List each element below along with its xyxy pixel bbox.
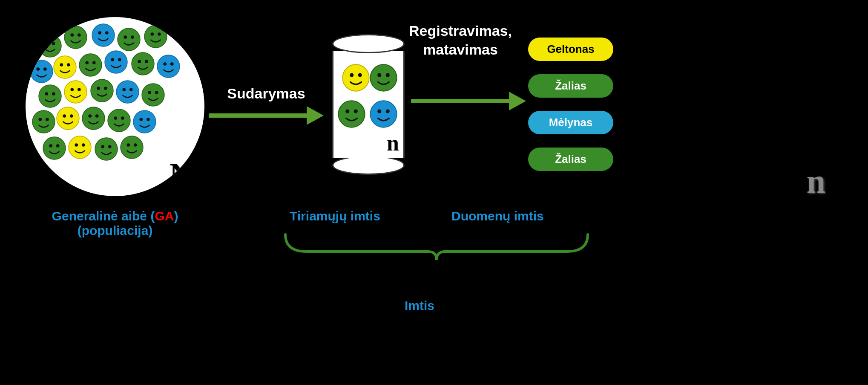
- arrow2: [411, 92, 526, 110]
- svg-point-69: [95, 138, 118, 160]
- svg-point-50: [46, 118, 49, 121]
- svg-point-6: [92, 24, 115, 46]
- n-small-label: n: [807, 162, 826, 201]
- svg-point-81: [338, 101, 365, 127]
- arrow1: Sudarymas: [209, 85, 324, 125]
- svg-point-67: [75, 143, 78, 147]
- svg-point-58: [114, 116, 117, 120]
- svg-point-34: [45, 92, 48, 96]
- svg-point-4: [70, 33, 74, 37]
- svg-point-5: [78, 33, 81, 37]
- svg-point-84: [370, 101, 397, 127]
- svg-point-55: [88, 114, 92, 118]
- svg-point-74: [134, 143, 137, 147]
- svg-point-9: [118, 28, 140, 51]
- svg-point-12: [144, 25, 167, 48]
- pill-zalias-2: Žalias: [528, 148, 613, 171]
- svg-point-18: [54, 56, 76, 78]
- svg-point-30: [157, 55, 180, 78]
- svg-point-56: [95, 114, 99, 118]
- svg-point-57: [108, 109, 130, 132]
- populiacija-text: (populiacija): [78, 223, 153, 237]
- svg-point-86: [386, 109, 390, 113]
- svg-point-2: [52, 42, 55, 45]
- svg-point-49: [38, 118, 42, 121]
- svg-point-59: [121, 116, 124, 120]
- svg-point-0: [39, 35, 61, 57]
- svg-point-72: [121, 136, 143, 159]
- svg-point-76: [350, 73, 354, 77]
- svg-point-20: [67, 63, 70, 67]
- svg-point-29: [145, 60, 148, 63]
- svg-point-23: [92, 61, 96, 64]
- svg-point-46: [148, 91, 151, 94]
- svg-point-38: [78, 88, 81, 91]
- svg-point-73: [126, 143, 130, 147]
- pill-melynas: Mėlynas: [528, 111, 613, 134]
- svg-point-35: [52, 92, 55, 96]
- svg-point-10: [124, 35, 127, 39]
- svg-point-44: [129, 88, 133, 91]
- svg-point-47: [155, 91, 158, 94]
- generaline-text2: ): [174, 209, 178, 223]
- svg-point-41: [104, 87, 107, 90]
- svg-point-75: [342, 64, 369, 91]
- svg-point-25: [111, 58, 114, 61]
- svg-point-27: [132, 52, 154, 75]
- main-diagram: N Sudarymas: [0, 0, 868, 385]
- svg-point-28: [138, 60, 141, 63]
- svg-point-71: [108, 145, 112, 148]
- svg-point-45: [142, 84, 164, 106]
- svg-point-80: [386, 73, 390, 77]
- svg-point-16: [36, 67, 40, 71]
- svg-point-52: [63, 114, 66, 118]
- svg-point-14: [158, 32, 161, 36]
- svg-point-66: [69, 136, 91, 159]
- svg-point-22: [85, 61, 89, 64]
- generaline-text: Generalinė aibė (: [52, 209, 155, 223]
- pills-container: Geltonas Žalias Mėlynas Žalias: [528, 34, 613, 174]
- svg-point-40: [97, 87, 100, 90]
- svg-point-64: [49, 144, 52, 148]
- svg-point-63: [43, 137, 66, 159]
- population-circle: N: [26, 17, 204, 196]
- svg-point-54: [82, 107, 105, 130]
- svg-point-15: [30, 60, 53, 83]
- svg-point-68: [82, 143, 85, 147]
- pill-zalias-1: Žalias: [528, 74, 613, 98]
- svg-point-3: [64, 26, 87, 49]
- sudarymas-label: Sudarymas: [209, 85, 324, 102]
- svg-point-19: [60, 63, 63, 67]
- svg-point-17: [43, 67, 47, 71]
- svg-point-43: [122, 88, 126, 91]
- svg-point-62: [147, 118, 150, 121]
- ga-text: GA: [155, 209, 174, 223]
- svg-point-79: [377, 73, 381, 77]
- svg-point-53: [70, 114, 73, 118]
- duomenu-label: Duomenų imtis: [451, 209, 544, 223]
- svg-point-31: [163, 62, 167, 66]
- tiriamuju-label: Tiriamųjų imtis: [290, 209, 380, 223]
- cylinder: n: [332, 34, 405, 175]
- svg-point-51: [57, 107, 79, 130]
- registravimas-label: Registravimas, matavimas: [409, 21, 512, 59]
- svg-point-13: [150, 32, 154, 36]
- svg-point-39: [91, 79, 113, 102]
- svg-point-33: [39, 85, 61, 107]
- n-big-label: N: [170, 156, 192, 192]
- pill-geltonas: Geltonas: [528, 38, 613, 61]
- generaline-aibe-label: Generalinė aibė (GA) (populiacija): [26, 209, 204, 238]
- svg-point-26: [118, 58, 121, 61]
- svg-point-37: [70, 88, 74, 91]
- svg-point-85: [377, 109, 381, 113]
- svg-point-1: [45, 42, 48, 45]
- svg-point-61: [139, 118, 143, 121]
- svg-point-82: [345, 109, 349, 113]
- svg-point-21: [79, 54, 102, 76]
- svg-point-36: [64, 81, 87, 103]
- svg-point-77: [358, 73, 362, 77]
- svg-point-11: [131, 35, 134, 39]
- svg-point-24: [105, 51, 127, 73]
- svg-point-42: [116, 81, 139, 103]
- svg-point-65: [56, 144, 60, 148]
